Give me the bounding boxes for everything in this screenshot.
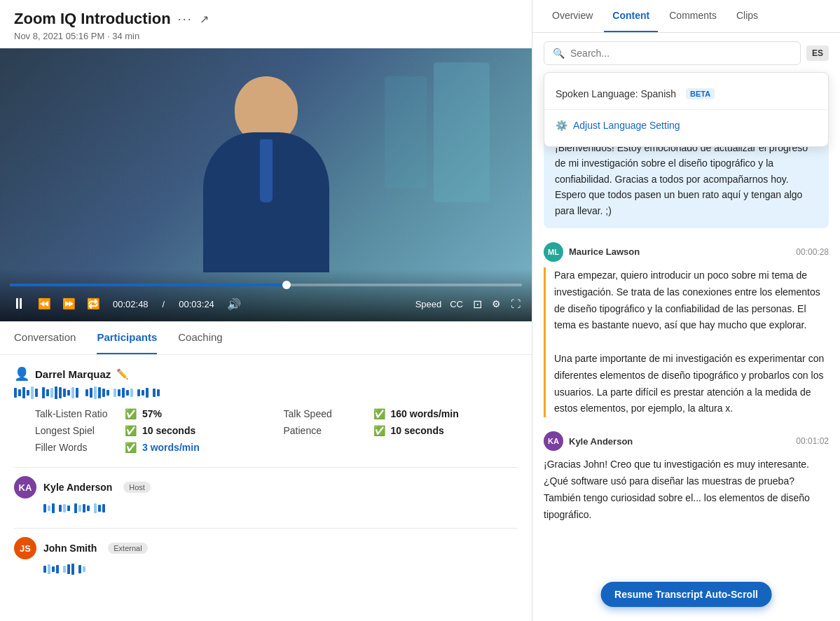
john-speech-bars — [43, 564, 532, 575]
tab-participants[interactable]: Participants — [97, 321, 157, 354]
search-box[interactable]: 🔍 — [544, 41, 801, 65]
fullscreen-button[interactable]: ⛶ — [509, 297, 522, 311]
pause-button[interactable]: ⏸ — [10, 293, 28, 314]
search-row: 🔍 ES Spoken Language: Spanish BETA ⚙️ Ad… — [532, 33, 840, 74]
kyle2-text: ¡Gracias John! Creo que tu investigación… — [544, 456, 829, 523]
kyle-name: Kyle Anderson — [43, 482, 112, 493]
video-player: ⏸ ⏪ ⏩ 🔁 00:02:48 / 00:03:24 🔊 Speed CC ⊡… — [0, 48, 532, 321]
current-time: 00:02:48 — [113, 299, 149, 309]
transcript-entry-maurice: ML Maurice Lawson 00:00:28 Para empezar,… — [544, 242, 829, 417]
longest-spiel-label: Longest Spiel — [35, 425, 119, 436]
talk-listen-label: Talk-Listen Ratio — [35, 408, 119, 419]
language-label: Spoken Language: Spanish — [556, 88, 676, 99]
john-badge: External — [108, 543, 147, 554]
darrel-stats: Talk-Listen Ratio ✅ 57% Talk Speed ✅ 160… — [35, 408, 518, 453]
tab-content[interactable]: Content — [604, 0, 658, 32]
kyle-avatar: KA — [14, 476, 36, 498]
kyle2-time: 00:01:02 — [796, 436, 829, 446]
kyle-speech-bars — [43, 503, 532, 514]
tab-clips[interactable]: Clips — [728, 0, 766, 32]
filler-words-label: Filler Words — [35, 442, 119, 453]
maurice-text: Para empezar, quiero introducir un poco … — [544, 267, 829, 417]
loop-button[interactable]: 🔁 — [85, 296, 102, 312]
right-panel: Overview Content Comments Clips 🔍 ES Spo… — [532, 0, 840, 621]
adjust-language-label: Adjust Language Setting — [573, 120, 680, 131]
pip-button[interactable]: ⊡ — [471, 296, 483, 312]
john-name: John Smith — [43, 543, 97, 554]
header: Zoom IQ Introduction ··· ↗ Nov 8, 2021 0… — [0, 0, 532, 48]
participant-john: JS John Smith External — [14, 537, 518, 575]
patience-value: 10 seconds — [391, 425, 444, 436]
tab-conversation[interactable]: Conversation — [14, 321, 76, 354]
participant-darrel: 👤 Darrel Marquaz ✏️ — [14, 366, 518, 453]
speed-label[interactable]: Speed — [415, 299, 442, 309]
user-icon: 👤 — [14, 366, 29, 382]
kyle2-name: Kyle Anderson — [569, 436, 633, 447]
john-avatar: JS — [14, 537, 36, 559]
search-input[interactable] — [570, 48, 792, 59]
longest-spiel-value: 10 seconds — [142, 425, 195, 436]
kyle2-avatar: KA — [544, 431, 563, 451]
time-separator: / — [163, 299, 165, 309]
kyle-badge: Host — [123, 482, 151, 493]
language-dropdown: Spoken Language: Spanish BETA ⚙️ Adjust … — [544, 72, 829, 147]
beta-badge: BETA — [686, 88, 715, 99]
meta-info: Nov 8, 2021 05:16 PM · 34 min — [14, 31, 518, 41]
progress-bar[interactable] — [10, 284, 522, 286]
talk-speed-label: Talk Speed — [284, 408, 368, 419]
forward-button[interactable]: ⏩ — [61, 296, 77, 312]
filler-words-value: 3 words/min — [142, 442, 200, 453]
maurice-name: Maurice Lawson — [569, 246, 640, 257]
edit-icon[interactable]: ✏️ — [116, 368, 128, 379]
participant-kyle: KA Kyle Anderson Host — [14, 476, 518, 514]
tab-coaching[interactable]: Coaching — [178, 321, 222, 354]
darrel-name: Darrel Marquaz — [35, 368, 111, 380]
search-icon: 🔍 — [553, 48, 565, 59]
transcript-content: C Coleman... ¡Bienvenidos! Estoy emocion… — [532, 99, 840, 621]
talk-speed-value: 160 words/min — [391, 408, 459, 419]
volume-button[interactable]: 🔊 — [226, 296, 242, 312]
total-time: 00:03:24 — [179, 299, 214, 309]
gear-icon: ⚙️ — [556, 120, 567, 131]
maurice-time: 00:00:28 — [796, 247, 829, 257]
darrel-speech-bars — [14, 386, 518, 400]
more-options-icon[interactable]: ··· — [178, 12, 193, 27]
adjust-language-btn[interactable]: ⚙️ Adjust Language Setting — [544, 113, 828, 138]
tab-comments[interactable]: Comments — [661, 0, 725, 32]
rewind-button[interactable]: ⏪ — [36, 296, 53, 312]
tab-overview[interactable]: Overview — [544, 0, 601, 32]
maurice-avatar: ML — [544, 242, 563, 262]
cc-button[interactable]: CC — [448, 298, 464, 311]
page-title: Zoom IQ Introduction — [14, 10, 171, 28]
right-tab-bar: Overview Content Comments Clips — [532, 0, 840, 33]
auto-scroll-button[interactable]: Resume Transcript Auto-Scroll — [600, 582, 772, 607]
es-badge[interactable]: ES — [806, 46, 829, 61]
transcript-entry-kyle: KA Kyle Anderson 00:01:02 ¡Gracias John!… — [544, 431, 829, 523]
share-icon[interactable]: ↗ — [200, 13, 209, 26]
patience-label: Patience — [284, 425, 368, 436]
participants-content: 👤 Darrel Marquaz ✏️ — [0, 355, 532, 621]
bottom-tabs: Conversation Participants Coaching — [0, 321, 532, 355]
talk-listen-value: 57% — [142, 408, 162, 419]
video-controls: ⏸ ⏪ ⏩ 🔁 00:02:48 / 00:03:24 🔊 Speed CC ⊡… — [0, 270, 532, 321]
settings-button[interactable]: ⚙ — [490, 297, 502, 311]
